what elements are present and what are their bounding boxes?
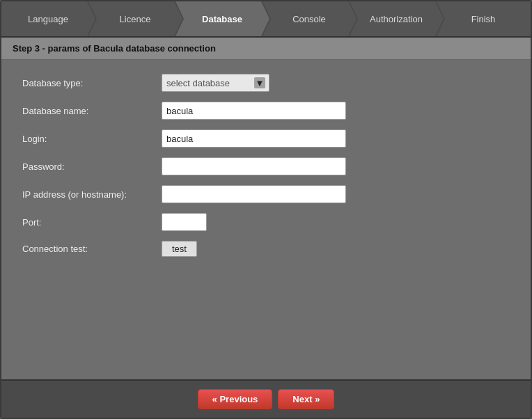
tab-language[interactable]: Language [1,1,95,36]
password-input[interactable] [162,157,346,175]
main-content: Database type: select database MySQL Pos… [1,60,531,379]
login-row: Login: [22,129,510,148]
connection-test-row: Connection test: test [22,241,510,257]
port-label: Port: [22,217,162,228]
database-name-input[interactable] [162,102,346,120]
test-button[interactable]: test [162,241,197,257]
database-type-row: Database type: select database MySQL Pos… [22,74,510,92]
database-type-label: Database type: [22,78,162,88]
password-label: Password: [22,161,162,172]
next-button[interactable]: Next » [278,389,334,409]
wizard-container: Language Licence Database Console Author… [0,0,532,419]
port-input[interactable] [162,213,207,231]
database-type-select[interactable]: select database MySQL PostgreSQL SQLite [162,74,269,92]
connection-test-label: Connection test: [22,244,162,254]
tab-database[interactable]: Database [175,1,269,36]
port-row: Port: [22,213,510,231]
ip-address-input[interactable] [162,185,346,203]
step-title: Step 3 - params of Bacula database conne… [1,38,531,60]
previous-button[interactable]: « Previous [198,389,273,409]
tab-authorization[interactable]: Authorization [350,1,444,36]
database-type-select-wrapper: select database MySQL PostgreSQL SQLite … [162,74,269,92]
ip-address-label: IP address (or hostname): [22,189,162,200]
footer: « Previous Next » [1,379,531,418]
tab-finish[interactable]: Finish [437,1,531,36]
login-input[interactable] [162,129,346,148]
tab-bar: Language Licence Database Console Author… [1,1,531,38]
tab-console[interactable]: Console [263,1,357,36]
login-label: Login: [22,134,162,144]
database-name-label: Database name: [22,106,162,116]
password-row: Password: [22,157,510,175]
ip-address-row: IP address (or hostname): [22,185,510,203]
tab-licence[interactable]: Licence [88,1,182,36]
database-name-row: Database name: [22,102,510,120]
